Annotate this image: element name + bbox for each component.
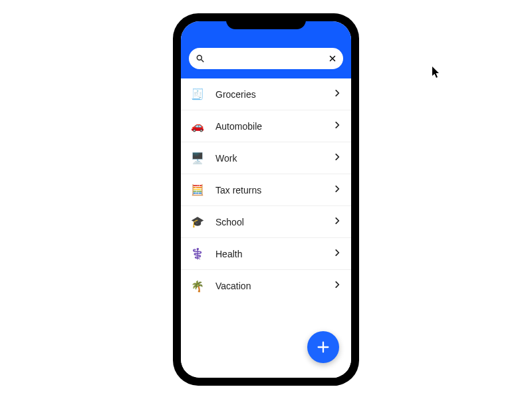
- tax-icon: 🧮: [190, 183, 205, 198]
- search-icon: [196, 54, 205, 63]
- phone-frame: 🧾Groceries🚗Automobile🖥️Work🧮Tax returns🎓…: [173, 13, 359, 386]
- category-item-vacation[interactable]: 🌴Vacation: [181, 270, 351, 302]
- search-input[interactable]: [209, 54, 325, 64]
- category-item-health[interactable]: ⚕️Health: [181, 238, 351, 270]
- chevron-right-icon: [332, 120, 342, 132]
- chevron-right-icon: [332, 184, 342, 196]
- chevron-right-icon: [332, 216, 342, 228]
- vacation-icon: 🌴: [190, 279, 205, 293]
- groceries-icon: 🧾: [190, 87, 205, 102]
- category-label: Groceries: [215, 89, 332, 100]
- plus-icon: [316, 340, 331, 354]
- car-icon: 🚗: [190, 119, 205, 134]
- phone-notch: [226, 13, 306, 29]
- health-icon: ⚕️: [190, 247, 205, 261]
- category-label: Work: [215, 153, 332, 164]
- category-item-school[interactable]: 🎓School: [181, 206, 351, 238]
- category-label: School: [215, 217, 332, 227]
- category-item-work[interactable]: 🖥️Work: [181, 142, 351, 174]
- add-button[interactable]: [307, 331, 339, 363]
- clear-search-button[interactable]: [329, 55, 336, 63]
- svg-point-0: [197, 55, 201, 60]
- category-item-groceries[interactable]: 🧾Groceries: [181, 78, 351, 110]
- category-label: Vacation: [215, 281, 332, 291]
- svg-line-1: [201, 60, 204, 63]
- mouse-cursor: [432, 66, 440, 81]
- chevron-right-icon: [332, 280, 342, 292]
- app-screen: 🧾Groceries🚗Automobile🖥️Work🧮Tax returns🎓…: [181, 21, 351, 378]
- search-bar[interactable]: [189, 48, 343, 69]
- category-item-tax[interactable]: 🧮Tax returns: [181, 174, 351, 206]
- school-icon: 🎓: [190, 215, 205, 229]
- category-label: Tax returns: [215, 185, 332, 196]
- work-icon: 🖥️: [190, 151, 205, 166]
- category-item-automobile[interactable]: 🚗Automobile: [181, 110, 351, 142]
- chevron-right-icon: [332, 248, 342, 260]
- category-label: Health: [215, 249, 332, 259]
- chevron-right-icon: [332, 152, 342, 164]
- app-header: [181, 21, 351, 78]
- chevron-right-icon: [332, 88, 342, 100]
- category-label: Automobile: [215, 121, 332, 132]
